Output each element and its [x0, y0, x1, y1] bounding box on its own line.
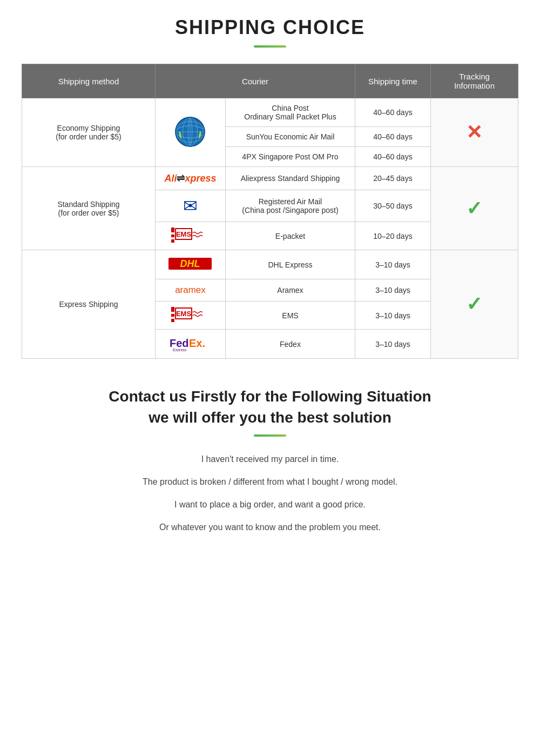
list-item: I want to place a big order, and want a … — [22, 498, 518, 511]
tracking-express: ✓ — [430, 250, 518, 359]
method-label: Economy Shipping(for order under $5) — [56, 124, 121, 141]
method-economy: Economy Shipping(for order under $5) — [22, 98, 156, 167]
time-express-4: 3–10 days — [355, 330, 430, 359]
contact-divider — [254, 434, 286, 437]
svg-text:Ex.: Ex. — [189, 337, 205, 349]
logo-cell-ems-standard: EMS — [155, 222, 225, 250]
logo-cell-airmail: ✉ — [155, 190, 225, 222]
ems-logo-icon: EMS — [171, 228, 209, 243]
th-time: Shipping time — [355, 64, 430, 98]
time-express-3: 3–10 days — [355, 302, 430, 330]
courier-airmail: Registered Air Mail(China post /Singapor… — [225, 190, 355, 222]
un-logo-icon — [174, 116, 206, 148]
dhl-logo-icon: DHL — [168, 256, 212, 272]
aliexpress-logo-icon: Ali⇌xpress — [164, 173, 216, 184]
th-method: Shipping method — [22, 64, 156, 98]
time-standard-1: 20–45 days — [355, 167, 430, 190]
svg-rect-10 — [171, 237, 174, 239]
svg-rect-15 — [171, 307, 174, 322]
airmail-logo-icon: ✉ — [183, 196, 198, 216]
svg-rect-9 — [171, 232, 174, 235]
courier-ems: EMS — [225, 302, 355, 330]
logo-cell-dhl: DHL — [155, 250, 225, 279]
contact-section: Contact us Firstly for the Following Sit… — [22, 386, 518, 534]
courier-dhl: DHL Express — [225, 250, 355, 279]
tracking-economy: ✕ — [430, 98, 518, 167]
th-courier: Courier — [155, 64, 355, 98]
time-standard-3: 10–20 days — [355, 222, 430, 250]
table-row: Standard Shipping(for order over $5) Ali… — [22, 167, 518, 190]
courier-epacket: E-packet — [225, 222, 355, 250]
courier-sunyou: SunYou Economic Air Mail — [225, 127, 355, 147]
courier-ali: Aliexpress Standard Shipping — [225, 167, 355, 190]
method-label: Standard Shipping(for order over $5) — [57, 200, 119, 217]
courier-fedex: Fedex — [225, 330, 355, 359]
svg-text:DHL: DHL — [180, 258, 200, 269]
list-item: The product is broken / different from w… — [22, 476, 518, 489]
svg-text:Express: Express — [173, 348, 187, 351]
method-express: Express Shipping — [22, 250, 156, 359]
method-label: Express Shipping — [59, 300, 118, 309]
svg-text:EMS: EMS — [176, 310, 192, 318]
logo-cell-ems2: EMS — [155, 302, 225, 330]
aramex-logo-icon: aramex — [175, 285, 206, 295]
th-tracking: TrackingInformation — [430, 64, 518, 98]
contact-title: Contact us Firstly for the Following Sit… — [22, 386, 518, 428]
time-economy-3: 40–60 days — [355, 147, 430, 167]
fedex-logo-icon: Fed Ex. Express — [168, 335, 212, 351]
method-standard: Standard Shipping(for order over $5) — [22, 167, 156, 250]
svg-text:Fed: Fed — [170, 337, 189, 349]
ems2-logo-icon: EMS — [171, 307, 209, 322]
svg-rect-8 — [171, 228, 174, 243]
logo-cell-ali: Ali⇌xpress — [155, 167, 225, 190]
logo-cell-economy — [155, 98, 225, 167]
tracking-standard: ✓ — [430, 167, 518, 250]
x-mark-icon: ✕ — [466, 121, 482, 143]
courier-china-post: China PostOrdinary Small Packet Plus — [225, 98, 355, 127]
time-economy-2: 40–60 days — [355, 127, 430, 147]
time-express-1: 3–10 days — [355, 250, 430, 279]
time-economy-1: 40–60 days — [355, 98, 430, 127]
list-item: Or whatever you want to know and the pro… — [22, 521, 518, 534]
shipping-table: Shipping method Courier Shipping time Tr… — [22, 64, 518, 359]
svg-rect-17 — [171, 317, 174, 319]
check-mark-express-icon: ✓ — [466, 293, 482, 315]
logo-cell-aramex: aramex — [155, 279, 225, 302]
svg-rect-16 — [171, 312, 174, 314]
shipping-header: SHIPPING CHOICE — [22, 16, 518, 48]
courier-aramex: Aramex — [225, 279, 355, 302]
time-standard-2: 30–50 days — [355, 190, 430, 222]
page-wrapper: SHIPPING CHOICE Shipping method Courier … — [0, 0, 540, 560]
time-express-2: 3–10 days — [355, 279, 430, 302]
logo-cell-fedex: Fed Ex. Express — [155, 330, 225, 359]
check-mark-icon: ✓ — [466, 197, 482, 219]
header-divider — [254, 45, 286, 48]
svg-text:EMS: EMS — [176, 230, 192, 238]
page-title: SHIPPING CHOICE — [22, 16, 518, 39]
contact-list: I haven't received my parcel in time. Th… — [22, 453, 518, 534]
list-item: I haven't received my parcel in time. — [22, 453, 518, 466]
table-row: Express Shipping DHL DHL Express 3–10 da… — [22, 250, 518, 279]
table-row: Economy Shipping(for order under $5) — [22, 98, 518, 127]
courier-4px: 4PX Singapore Post OM Pro — [225, 147, 355, 167]
